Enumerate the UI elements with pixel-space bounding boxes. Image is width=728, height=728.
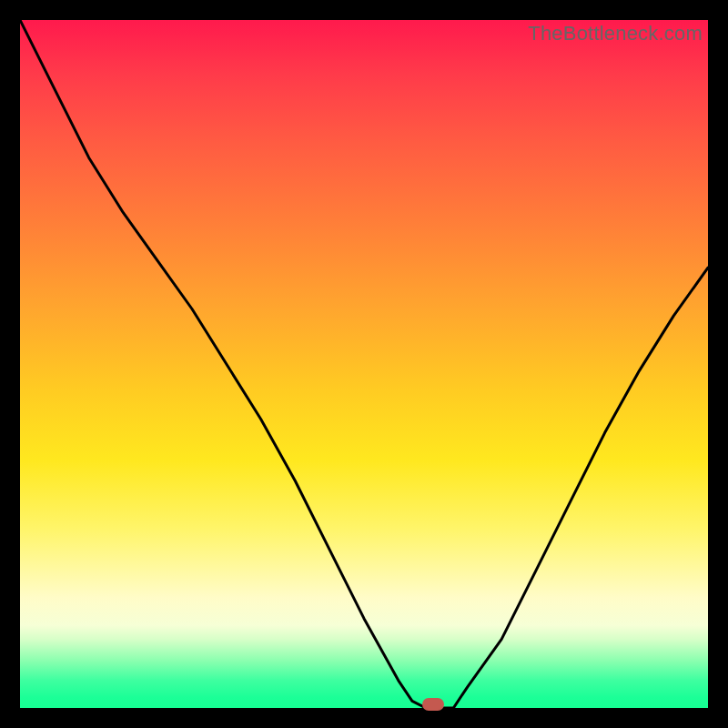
curve-path — [20, 20, 708, 708]
optimal-point-marker — [422, 698, 444, 711]
plot-area: TheBottleneck.com — [20, 20, 708, 708]
bottleneck-curve — [20, 20, 708, 708]
chart-frame: TheBottleneck.com — [0, 0, 728, 728]
